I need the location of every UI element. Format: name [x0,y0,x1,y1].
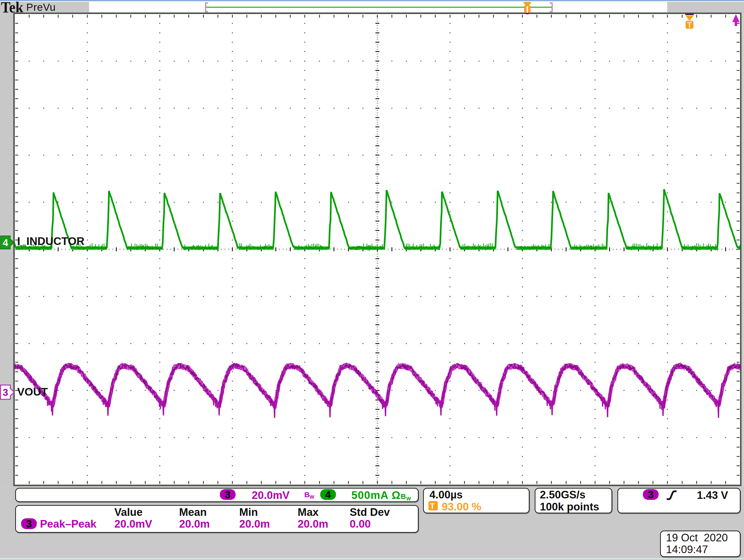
svg-text:3: 3 [3,387,8,398]
svg-text:4: 4 [3,237,8,248]
svg-text:T: T [687,20,692,30]
